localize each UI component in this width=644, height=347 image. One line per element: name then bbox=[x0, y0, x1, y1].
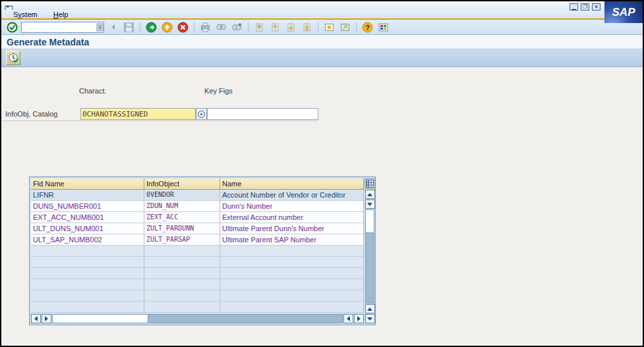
keyfigs-label: Key Figs bbox=[204, 87, 233, 95]
table-row-empty[interactable] bbox=[31, 257, 364, 268]
horizontal-scroll-thumb[interactable] bbox=[53, 315, 148, 323]
metadata-table: Fld Name InfoObject Name LIFNR0VENDORAcc… bbox=[29, 176, 376, 325]
minimize-button[interactable]: ▁ bbox=[570, 3, 578, 11]
command-input[interactable] bbox=[22, 23, 96, 32]
table-row-empty[interactable] bbox=[31, 302, 364, 313]
next-page-icon[interactable] bbox=[284, 21, 298, 34]
cell-empty[interactable] bbox=[144, 302, 220, 313]
back-icon[interactable] bbox=[144, 21, 158, 34]
exit-icon[interactable] bbox=[160, 21, 174, 34]
table-row-empty[interactable] bbox=[31, 246, 364, 257]
cell-infoobject[interactable]: ZEXT_ACC bbox=[144, 212, 220, 223]
cell-empty[interactable] bbox=[31, 279, 144, 290]
application-toolbar bbox=[1, 49, 643, 67]
cell-name[interactable]: Ultimate Parent SAP Number bbox=[220, 234, 364, 246]
page-title: Generate Metadata bbox=[7, 37, 89, 47]
table-row[interactable]: ULT_DUNS_NUM001ZULT_PARDUNNUltimate Pare… bbox=[31, 223, 364, 234]
table-row-empty[interactable] bbox=[31, 268, 364, 279]
cell-empty[interactable] bbox=[144, 290, 220, 302]
restore-button[interactable]: ❐ bbox=[581, 3, 589, 11]
cell-fld-name[interactable]: EXT_ACC_NUMB001 bbox=[31, 212, 144, 223]
cell-empty[interactable] bbox=[220, 246, 364, 257]
menu-system[interactable]: System bbox=[13, 11, 38, 18]
customize-layout-icon[interactable] bbox=[376, 21, 390, 34]
column-header-name[interactable]: Name bbox=[220, 178, 364, 190]
cell-empty[interactable] bbox=[144, 257, 220, 268]
print-icon[interactable] bbox=[198, 21, 212, 34]
cell-empty[interactable] bbox=[31, 246, 144, 257]
collapse-icon[interactable] bbox=[106, 21, 120, 34]
column-header-infoobject[interactable]: InfoObject bbox=[144, 178, 220, 190]
cell-infoobject[interactable]: ZDUN_NUM bbox=[144, 201, 220, 212]
cell-fld-name[interactable]: LIFNR bbox=[31, 190, 144, 201]
vertical-scroll-thumb[interactable] bbox=[366, 210, 374, 233]
table-row-empty[interactable] bbox=[31, 290, 364, 302]
cell-empty[interactable] bbox=[220, 279, 364, 290]
column-header-fld-name[interactable]: Fld Name bbox=[31, 178, 144, 190]
cell-fld-name[interactable]: ULT_SAP_NUMB002 bbox=[31, 234, 144, 246]
command-combo-icon[interactable] bbox=[96, 23, 103, 32]
cell-empty[interactable] bbox=[144, 246, 220, 257]
keyfigs-input[interactable] bbox=[207, 108, 318, 120]
scroll-down-button[interactable] bbox=[365, 200, 375, 209]
cell-name[interactable]: Ultimate Parent Dunn's Number bbox=[220, 223, 364, 234]
last-page-icon[interactable] bbox=[300, 21, 314, 34]
scroll-left-end-button[interactable] bbox=[343, 314, 353, 323]
first-page-icon[interactable] bbox=[252, 21, 266, 34]
toolbar-separator bbox=[356, 22, 357, 32]
cell-empty[interactable] bbox=[31, 290, 144, 302]
cancel-icon[interactable] bbox=[176, 21, 190, 34]
cell-name[interactable]: External Account number bbox=[220, 212, 364, 223]
catalog-label: InfoObj. Catalog bbox=[5, 110, 58, 118]
cell-fld-name[interactable]: DUNS_NUMBER001 bbox=[31, 201, 144, 212]
toolbar-separator bbox=[318, 22, 318, 32]
cell-empty[interactable] bbox=[31, 268, 144, 279]
find-next-icon[interactable] bbox=[230, 21, 244, 34]
table-row[interactable]: LIFNR0VENDORAccount Number of Vendor or … bbox=[31, 190, 364, 201]
scroll-up-end-button[interactable] bbox=[365, 304, 375, 313]
cell-empty[interactable] bbox=[144, 268, 220, 279]
cell-infoobject[interactable]: 0VENDOR bbox=[144, 190, 220, 201]
sap-logo: SAP bbox=[604, 1, 643, 23]
cell-infoobject[interactable]: ZULT_PARDUNN bbox=[144, 223, 220, 234]
table-row[interactable]: ULT_SAP_NUMB002ZULT_PARSAPUltimate Paren… bbox=[31, 234, 364, 246]
save-icon[interactable] bbox=[122, 21, 136, 34]
horizontal-scroll-track[interactable] bbox=[52, 314, 343, 323]
table-grid: Fld Name InfoObject Name LIFNR0VENDORAcc… bbox=[31, 178, 364, 313]
enter-icon[interactable] bbox=[5, 21, 19, 34]
cell-empty[interactable] bbox=[31, 257, 144, 268]
scroll-right-button[interactable] bbox=[42, 314, 51, 323]
previous-page-icon[interactable] bbox=[268, 21, 282, 34]
table-settings-icon[interactable] bbox=[365, 178, 375, 189]
new-session-icon[interactable] bbox=[322, 21, 336, 34]
help-icon[interactable]: ? bbox=[361, 21, 374, 34]
vertical-scroll-track[interactable] bbox=[365, 209, 374, 304]
cell-empty[interactable] bbox=[144, 279, 220, 290]
scroll-right-end-button[interactable] bbox=[354, 314, 364, 323]
value-help-button[interactable] bbox=[196, 108, 207, 120]
cell-empty[interactable] bbox=[31, 302, 144, 313]
menubar: System Help bbox=[1, 10, 643, 18]
scroll-up-button[interactable] bbox=[365, 190, 375, 199]
cell-infoobject[interactable]: ZULT_PARSAP bbox=[144, 234, 220, 246]
command-field[interactable] bbox=[21, 22, 104, 33]
execute-button[interactable] bbox=[6, 51, 20, 65]
menu-help[interactable]: Help bbox=[53, 11, 69, 18]
cell-empty[interactable] bbox=[220, 268, 364, 279]
find-icon[interactable] bbox=[214, 21, 228, 34]
scroll-left-button[interactable] bbox=[31, 314, 41, 323]
cell-empty[interactable] bbox=[220, 290, 364, 302]
toolbar-separator bbox=[248, 22, 249, 32]
table-row[interactable]: EXT_ACC_NUMB001ZEXT_ACCExternal Account … bbox=[31, 212, 364, 223]
cell-empty[interactable] bbox=[220, 302, 364, 313]
cell-fld-name[interactable]: ULT_DUNS_NUM001 bbox=[31, 223, 144, 234]
scroll-down-end-button[interactable] bbox=[365, 314, 375, 323]
close-button[interactable]: ✕ bbox=[592, 3, 600, 11]
catalog-input[interactable] bbox=[80, 108, 196, 120]
cell-name[interactable]: Dunn's Number bbox=[220, 201, 364, 212]
table-row-empty[interactable] bbox=[31, 279, 364, 290]
cell-empty[interactable] bbox=[220, 257, 364, 268]
table-row[interactable]: DUNS_NUMBER001ZDUN_NUMDunn's Number bbox=[31, 201, 364, 212]
cell-name[interactable]: Account Number of Vendor or Creditor bbox=[220, 190, 364, 201]
shortcut-icon[interactable] bbox=[338, 21, 352, 34]
